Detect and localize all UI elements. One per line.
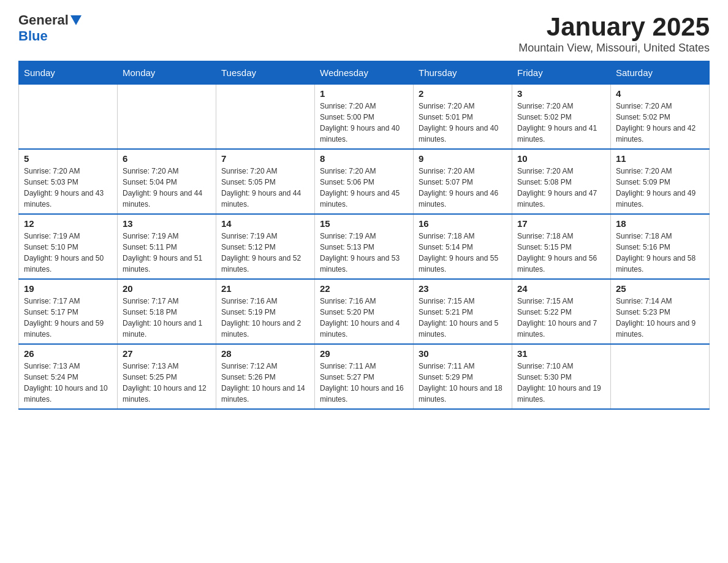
day-number: 15 [320, 218, 408, 229]
calendar-header-row: SundayMondayTuesdayWednesdayThursdayFrid… [19, 61, 710, 85]
calendar-empty-cell [118, 85, 216, 150]
day-info: Sunrise: 7:11 AM Sunset: 5:29 PM Dayligh… [419, 361, 507, 405]
day-number: 29 [320, 348, 408, 359]
calendar-day-17: 17Sunrise: 7:18 AM Sunset: 5:15 PM Dayli… [512, 214, 611, 279]
day-info: Sunrise: 7:10 AM Sunset: 5:30 PM Dayligh… [517, 361, 605, 405]
day-number: 21 [221, 283, 309, 294]
calendar-empty-cell [611, 344, 710, 409]
calendar-day-4: 4Sunrise: 7:20 AM Sunset: 5:02 PM Daylig… [611, 85, 710, 150]
calendar-day-18: 18Sunrise: 7:18 AM Sunset: 5:16 PM Dayli… [611, 214, 710, 279]
day-number: 18 [616, 218, 704, 229]
day-info: Sunrise: 7:20 AM Sunset: 5:07 PM Dayligh… [419, 166, 507, 210]
calendar-day-20: 20Sunrise: 7:17 AM Sunset: 5:18 PM Dayli… [118, 279, 216, 344]
day-number: 30 [419, 348, 507, 359]
day-info: Sunrise: 7:12 AM Sunset: 5:26 PM Dayligh… [221, 361, 309, 405]
calendar-title: January 2025 [518, 12, 710, 42]
day-info: Sunrise: 7:16 AM Sunset: 5:20 PM Dayligh… [320, 296, 408, 340]
header-wednesday: Wednesday [315, 61, 414, 85]
day-number: 25 [616, 283, 704, 294]
header-sunday: Sunday [19, 61, 118, 85]
day-info: Sunrise: 7:19 AM Sunset: 5:13 PM Dayligh… [320, 231, 408, 275]
day-number: 8 [320, 153, 408, 164]
day-info: Sunrise: 7:20 AM Sunset: 5:05 PM Dayligh… [221, 166, 309, 210]
day-number: 17 [517, 218, 605, 229]
day-number: 26 [24, 348, 112, 359]
calendar-empty-cell [19, 85, 118, 150]
calendar-day-22: 22Sunrise: 7:16 AM Sunset: 5:20 PM Dayli… [315, 279, 414, 344]
calendar-day-13: 13Sunrise: 7:19 AM Sunset: 5:11 PM Dayli… [118, 214, 216, 279]
day-info: Sunrise: 7:20 AM Sunset: 5:02 PM Dayligh… [616, 101, 704, 145]
page-header: General Blue January 2025 Mountain View,… [18, 12, 710, 55]
calendar-day-11: 11Sunrise: 7:20 AM Sunset: 5:09 PM Dayli… [611, 149, 710, 214]
day-info: Sunrise: 7:18 AM Sunset: 5:16 PM Dayligh… [616, 231, 704, 275]
calendar-week-row: 12Sunrise: 7:19 AM Sunset: 5:10 PM Dayli… [19, 214, 710, 279]
calendar-day-10: 10Sunrise: 7:20 AM Sunset: 5:08 PM Dayli… [512, 149, 611, 214]
day-number: 24 [517, 283, 605, 294]
day-info: Sunrise: 7:17 AM Sunset: 5:18 PM Dayligh… [123, 296, 211, 340]
calendar-day-21: 21Sunrise: 7:16 AM Sunset: 5:19 PM Dayli… [216, 279, 315, 344]
day-number: 22 [320, 283, 408, 294]
day-info: Sunrise: 7:14 AM Sunset: 5:23 PM Dayligh… [616, 296, 704, 340]
calendar-day-26: 26Sunrise: 7:13 AM Sunset: 5:24 PM Dayli… [19, 344, 118, 409]
header-monday: Monday [118, 61, 216, 85]
calendar-week-row: 1Sunrise: 7:20 AM Sunset: 5:00 PM Daylig… [19, 85, 710, 150]
calendar-day-23: 23Sunrise: 7:15 AM Sunset: 5:21 PM Dayli… [414, 279, 512, 344]
day-number: 14 [221, 218, 309, 229]
day-info: Sunrise: 7:20 AM Sunset: 5:04 PM Dayligh… [123, 166, 211, 210]
calendar-day-24: 24Sunrise: 7:15 AM Sunset: 5:22 PM Dayli… [512, 279, 611, 344]
logo-blue-text: Blue [18, 28, 48, 44]
calendar-day-9: 9Sunrise: 7:20 AM Sunset: 5:07 PM Daylig… [414, 149, 512, 214]
calendar-day-12: 12Sunrise: 7:19 AM Sunset: 5:10 PM Dayli… [19, 214, 118, 279]
calendar-day-30: 30Sunrise: 7:11 AM Sunset: 5:29 PM Dayli… [414, 344, 512, 409]
header-thursday: Thursday [414, 61, 512, 85]
calendar-day-25: 25Sunrise: 7:14 AM Sunset: 5:23 PM Dayli… [611, 279, 710, 344]
day-info: Sunrise: 7:18 AM Sunset: 5:14 PM Dayligh… [419, 231, 507, 275]
day-number: 6 [123, 153, 211, 164]
calendar-week-row: 5Sunrise: 7:20 AM Sunset: 5:03 PM Daylig… [19, 149, 710, 214]
day-info: Sunrise: 7:11 AM Sunset: 5:27 PM Dayligh… [320, 361, 408, 405]
calendar-day-6: 6Sunrise: 7:20 AM Sunset: 5:04 PM Daylig… [118, 149, 216, 214]
day-info: Sunrise: 7:20 AM Sunset: 5:08 PM Dayligh… [517, 166, 605, 210]
calendar-day-27: 27Sunrise: 7:13 AM Sunset: 5:25 PM Dayli… [118, 344, 216, 409]
calendar-day-2: 2Sunrise: 7:20 AM Sunset: 5:01 PM Daylig… [414, 85, 512, 150]
calendar-week-row: 19Sunrise: 7:17 AM Sunset: 5:17 PM Dayli… [19, 279, 710, 344]
calendar-day-16: 16Sunrise: 7:18 AM Sunset: 5:14 PM Dayli… [414, 214, 512, 279]
logo-triangle-icon [70, 15, 82, 26]
calendar-day-3: 3Sunrise: 7:20 AM Sunset: 5:02 PM Daylig… [512, 85, 611, 150]
calendar-day-8: 8Sunrise: 7:20 AM Sunset: 5:06 PM Daylig… [315, 149, 414, 214]
day-number: 28 [221, 348, 309, 359]
calendar-day-28: 28Sunrise: 7:12 AM Sunset: 5:26 PM Dayli… [216, 344, 315, 409]
day-number: 1 [320, 88, 408, 99]
day-number: 2 [419, 88, 507, 99]
day-info: Sunrise: 7:19 AM Sunset: 5:11 PM Dayligh… [123, 231, 211, 275]
calendar-day-15: 15Sunrise: 7:19 AM Sunset: 5:13 PM Dayli… [315, 214, 414, 279]
day-info: Sunrise: 7:17 AM Sunset: 5:17 PM Dayligh… [24, 296, 112, 340]
calendar-subtitle: Mountain View, Missouri, United States [518, 42, 710, 55]
calendar-day-1: 1Sunrise: 7:20 AM Sunset: 5:00 PM Daylig… [315, 85, 414, 150]
day-info: Sunrise: 7:15 AM Sunset: 5:21 PM Dayligh… [419, 296, 507, 340]
day-number: 4 [616, 88, 704, 99]
calendar-day-29: 29Sunrise: 7:11 AM Sunset: 5:27 PM Dayli… [315, 344, 414, 409]
day-info: Sunrise: 7:20 AM Sunset: 5:01 PM Dayligh… [419, 101, 507, 145]
header-friday: Friday [512, 61, 611, 85]
day-number: 31 [517, 348, 605, 359]
day-info: Sunrise: 7:15 AM Sunset: 5:22 PM Dayligh… [517, 296, 605, 340]
day-info: Sunrise: 7:20 AM Sunset: 5:09 PM Dayligh… [616, 166, 704, 210]
day-info: Sunrise: 7:20 AM Sunset: 5:03 PM Dayligh… [24, 166, 112, 210]
calendar-week-row: 26Sunrise: 7:13 AM Sunset: 5:24 PM Dayli… [19, 344, 710, 409]
day-info: Sunrise: 7:20 AM Sunset: 5:00 PM Dayligh… [320, 101, 408, 145]
day-number: 13 [123, 218, 211, 229]
day-number: 5 [24, 153, 112, 164]
logo-general-text: General [18, 12, 69, 28]
day-number: 16 [419, 218, 507, 229]
day-number: 10 [517, 153, 605, 164]
calendar-table: SundayMondayTuesdayWednesdayThursdayFrid… [18, 61, 710, 410]
calendar-day-14: 14Sunrise: 7:19 AM Sunset: 5:12 PM Dayli… [216, 214, 315, 279]
day-info: Sunrise: 7:19 AM Sunset: 5:12 PM Dayligh… [221, 231, 309, 275]
day-number: 11 [616, 153, 704, 164]
day-info: Sunrise: 7:13 AM Sunset: 5:25 PM Dayligh… [123, 361, 211, 405]
day-info: Sunrise: 7:20 AM Sunset: 5:06 PM Dayligh… [320, 166, 408, 210]
day-number: 12 [24, 218, 112, 229]
day-number: 27 [123, 348, 211, 359]
logo: General Blue [18, 12, 82, 44]
